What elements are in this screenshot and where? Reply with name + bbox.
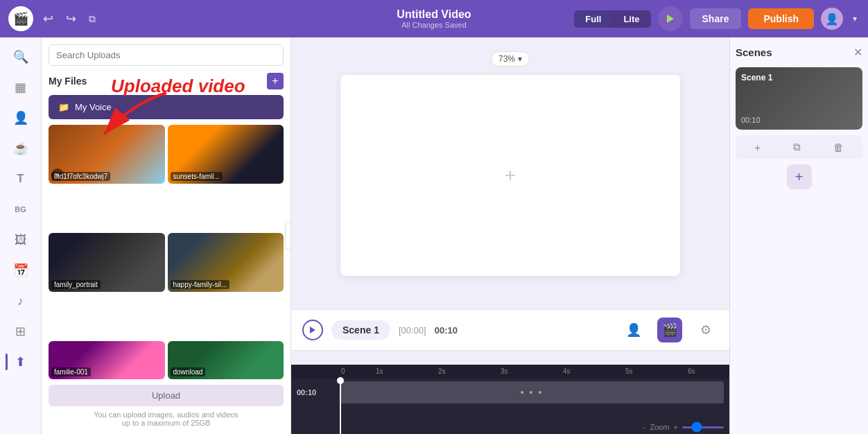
folder-icon: 📁 <box>58 102 69 112</box>
thumb-label-2: sunsets-famil... <box>171 172 223 181</box>
scenes-title: Scenes <box>736 46 772 58</box>
scene-card-time-1: 00:10 <box>741 116 761 124</box>
avatar[interactable]: 👤 <box>821 8 843 30</box>
ruler-mark-0: 0 <box>341 367 345 375</box>
canvas-frame: + <box>340 75 680 276</box>
sidebar-item-search[interactable]: 🔍 <box>6 43 36 71</box>
scene-card-label-1: Scene 1 <box>741 73 772 83</box>
scenes-header: Scenes ✕ <box>736 46 862 59</box>
view-toggle: Full Lite <box>574 10 650 28</box>
upload-button[interactable]: Upload <box>49 385 284 406</box>
sidebar-item-person[interactable]: 👤 <box>6 104 36 132</box>
ruler-mark-3s: 3s <box>501 367 508 375</box>
scene-add-action[interactable]: + <box>750 139 765 155</box>
zoom-badge[interactable]: 73% ▾ <box>491 51 530 67</box>
scene-person-button[interactable]: 👤 <box>621 318 646 342</box>
logo[interactable]: 🎬 <box>8 6 33 31</box>
sidebar-item-coffee[interactable]: ☕ <box>6 134 36 162</box>
lite-toggle[interactable]: Lite <box>612 10 650 28</box>
my-files-title: My Files <box>49 76 87 87</box>
preview-play-button[interactable] <box>658 6 683 31</box>
main-layout: 🔍 ▦ 👤 ☕ T BG 🖼 📅 ♪ ⊞ ⬆ My Files + 📁 My V… <box>0 37 868 434</box>
media-thumb-1[interactable]: ▶ 0ld1f7ofc3kodwj7 <box>49 125 165 184</box>
ruler-mark-6s: 6s <box>688 367 695 375</box>
media-thumb-2[interactable]: sunsets-famil... <box>168 125 284 184</box>
scene-bar: Scene 1 [00:00] 00:10 👤 🎬 ⚙ <box>291 309 729 351</box>
add-scene-button[interactable]: + <box>787 164 812 189</box>
avatar-chevron[interactable]: ▾ <box>850 11 860 26</box>
full-toggle[interactable]: Full <box>574 10 612 28</box>
timeline-track-main[interactable]: 00:10 • • • <box>340 381 724 403</box>
thumb-label-4: happy-family-sil... <box>171 280 230 289</box>
upload-hint: You can upload images, audios and videos… <box>49 410 284 427</box>
header: 🎬 ↩ ↪ ⧉ Untitled Video All Changes Saved… <box>0 0 868 37</box>
scene-name-pill[interactable]: Scene 1 <box>331 320 390 340</box>
playhead <box>340 379 341 434</box>
share-button[interactable]: Share <box>690 8 742 29</box>
scene-delete-action[interactable]: 🗑 <box>829 139 848 155</box>
canvas-add-icon[interactable]: + <box>505 164 516 186</box>
scene-copy-action[interactable]: ⧉ <box>789 139 805 155</box>
track-options[interactable]: • • • <box>521 387 543 398</box>
media-thumb-6[interactable]: download <box>168 341 284 379</box>
scene-time-start: [00:00] <box>399 325 426 336</box>
zoom-value: 73% <box>498 54 515 64</box>
publish-button[interactable]: Publish <box>748 8 814 29</box>
thumb-label-1: 0ld1f7ofc3kodwj7 <box>51 172 110 181</box>
media-grid: ▶ 0ld1f7ofc3kodwj7 sunsets-famil... fami… <box>49 125 284 338</box>
media-thumb-3[interactable]: family_portrait <box>49 233 165 292</box>
scene-play-button[interactable] <box>302 320 323 340</box>
scene-card-actions: + ⧉ 🗑 <box>736 135 862 159</box>
scenes-close-button[interactable]: ✕ <box>853 46 862 59</box>
thumb-label-5: familie-001 <box>51 367 91 376</box>
thumb-label-3: family_portrait <box>51 280 101 289</box>
sidebar-item-music[interactable]: ♪ <box>6 287 36 315</box>
project-title[interactable]: Untitled Video <box>397 8 471 21</box>
playhead-head <box>337 377 344 384</box>
copy-button[interactable]: ⧉ <box>86 10 98 28</box>
save-status: All Changes Saved <box>397 21 471 29</box>
sidebar-item-upload[interactable]: ⬆ <box>6 348 36 376</box>
timeline-ruler: 0 1s 2s 3s 4s 5s 6s 7s 8s 9s 10 <box>291 365 729 379</box>
header-center: Untitled Video All Changes Saved <box>397 8 471 29</box>
header-left: 🎬 ↩ ↪ ⧉ <box>8 6 98 31</box>
sidebar-item-grid[interactable]: ⊞ <box>6 318 36 345</box>
scene-play-icon <box>310 327 315 333</box>
sidebar-item-layout[interactable]: ▦ <box>6 73 36 101</box>
search-input[interactable] <box>49 44 284 66</box>
scenes-panel: Scenes ✕ Scene 1 00:10 + ⧉ 🗑 + <box>729 37 868 434</box>
ruler-mark-5s: 5s <box>625 367 633 375</box>
ruler-mark-4s: 4s <box>563 367 571 375</box>
zoom-slider[interactable] <box>682 426 724 428</box>
zoom-plus[interactable]: + <box>674 423 678 431</box>
add-file-button[interactable]: + <box>267 73 284 89</box>
track-time-label: 00:10 <box>297 388 316 397</box>
upload-panel: My Files + 📁 My Voice ▶ 0ld1f7ofc3kodwj7… <box>42 37 291 434</box>
sidebar-item-image[interactable]: 🖼 <box>6 226 36 254</box>
zoom-minus[interactable]: - <box>643 423 646 431</box>
collapse-panel-button[interactable]: ‹ <box>285 222 291 250</box>
sidebar-item-calendar[interactable]: 📅 <box>6 257 36 284</box>
left-sidebar: 🔍 ▦ 👤 ☕ T BG 🖼 📅 ♪ ⊞ ⬆ <box>0 37 42 434</box>
media-thumb-4[interactable]: happy-family-sil... <box>168 233 284 292</box>
sidebar-item-bg[interactable]: BG <box>6 196 36 223</box>
timeline-tracks: 00:10 • • • - Zoom + <box>291 379 729 434</box>
my-voice-button[interactable]: 📁 My Voice <box>49 95 284 119</box>
zoom-chevron-icon: ▾ <box>518 54 522 64</box>
thumb-label-6: download <box>171 367 206 376</box>
my-files-header: My Files + <box>49 73 284 89</box>
undo-button[interactable]: ↩ <box>40 8 56 29</box>
sidebar-item-text[interactable]: T <box>6 165 36 193</box>
scene-duration: 00:10 <box>435 325 458 336</box>
play-triangle-icon <box>667 15 674 23</box>
ruler-mark-2s: 2s <box>438 367 446 375</box>
canvas-area: 73% ▾ + Scene 1 [00:00] 00:10 👤 🎬 ⚙ 0 1s <box>291 37 729 434</box>
small-media-grid: familie-001 download <box>49 341 284 379</box>
timeline: 0 1s 2s 3s 4s 5s 6s 7s 8s 9s 10 00:10 • … <box>291 365 729 434</box>
media-thumb-5[interactable]: familie-001 <box>49 341 165 379</box>
scene-video-button[interactable]: 🎬 <box>657 318 682 342</box>
my-voice-label: My Voice <box>75 102 112 112</box>
scene-card-1[interactable]: Scene 1 00:10 <box>736 67 862 130</box>
redo-button[interactable]: ↪ <box>63 8 79 29</box>
scene-settings-button[interactable]: ⚙ <box>693 318 718 342</box>
